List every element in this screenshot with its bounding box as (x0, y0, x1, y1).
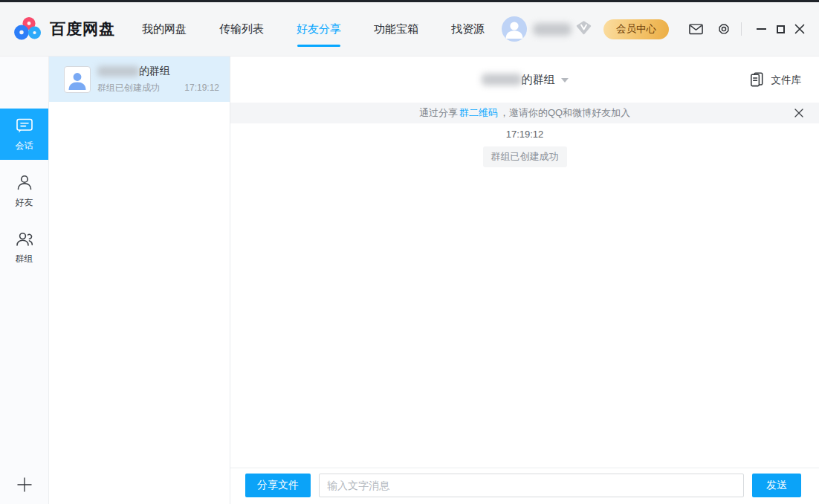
file-library-label: 文件库 (771, 73, 802, 86)
nav-tab-transfer-list[interactable]: 传输列表 (203, 2, 280, 56)
user-avatar[interactable] (502, 16, 527, 42)
v-badge-icon[interactable] (576, 21, 592, 38)
share-file-button[interactable]: 分享文件 (245, 474, 311, 497)
sidebar-item-label: 会话 (16, 140, 33, 152)
chat-bubble-icon (15, 117, 34, 135)
app-body: 会话 好友 (0, 56, 819, 504)
close-icon[interactable] (790, 19, 809, 39)
send-button[interactable]: 发送 (752, 474, 801, 497)
mail-icon[interactable] (688, 22, 704, 36)
qr-invite-notice: 通过分享 群二维码，邀请你的QQ和微博好友加入 (230, 103, 819, 123)
app-header: 百度网盘 我的网盘 传输列表 好友分享 功能宝箱 找资源 (0, 2, 819, 56)
notice-text-suffix: ，邀请你的QQ和微博好友加入 (499, 106, 630, 120)
nav-tab-toolbox[interactable]: 功能宝箱 (357, 2, 435, 56)
vip-center-button[interactable]: 会员中心 (603, 19, 669, 39)
sidebar-item-conversations[interactable]: 会话 (0, 109, 48, 160)
conversation-last-message: 群组已创建成功 (97, 82, 178, 94)
nav-tab-my-drive[interactable]: 我的网盘 (126, 2, 203, 56)
conversation-list: 的群组 群组已创建成功 17:19:12 (49, 56, 230, 504)
conversation-list-item[interactable]: 的群组 群组已创建成功 17:19:12 (49, 56, 230, 102)
chat-panel: 的群组 文件库 通过分享 群二维码，邀请你的QQ和微博好友加入 (230, 56, 819, 504)
conversation-title-suffix: 的群组 (139, 65, 170, 78)
sidebar-item-label: 好友 (16, 196, 33, 209)
header-divider (741, 22, 742, 36)
gear-icon[interactable] (716, 22, 731, 36)
header-right: 会员中心 (502, 16, 819, 42)
redacted-group-owner-name (97, 66, 139, 77)
people-icon (15, 230, 34, 248)
notice-close-icon[interactable] (794, 109, 803, 117)
message-input[interactable] (319, 474, 744, 497)
group-qr-code-link[interactable]: 群二维码 (459, 106, 498, 120)
brand-name: 百度网盘 (50, 19, 115, 39)
system-message-bubble: 群组已创建成功 (483, 146, 567, 167)
file-library-icon (748, 71, 765, 88)
redacted-username (533, 23, 572, 36)
message-composer: 分享文件 发送 (230, 468, 819, 504)
window-top-border (0, 0, 819, 2)
chat-header: 的群组 文件库 (230, 56, 819, 103)
sidebar-item-label: 群组 (16, 253, 33, 265)
nav-tab-find-resources[interactable]: 找资源 (435, 2, 501, 56)
notice-text-prefix: 通过分享 (419, 106, 458, 120)
person-icon (15, 173, 34, 192)
message-timestamp: 17:19:12 (506, 129, 544, 140)
chat-title-dropdown[interactable]: 的群组 (482, 73, 569, 87)
plus-icon[interactable] (16, 476, 33, 494)
group-avatar (64, 66, 91, 93)
main-nav: 我的网盘 传输列表 好友分享 功能宝箱 找资源 (126, 2, 501, 56)
sidebar-item-groups[interactable]: 群组 (0, 222, 48, 273)
nav-tab-friend-share[interactable]: 好友分享 (280, 2, 357, 56)
maximize-icon[interactable] (771, 19, 790, 39)
chat-title-suffix: 的群组 (522, 73, 555, 87)
sidebar: 会话 好友 (0, 56, 49, 504)
window-controls (751, 19, 809, 39)
sidebar-item-friends[interactable]: 好友 (0, 165, 48, 216)
minimize-icon[interactable] (751, 19, 771, 39)
baidu-netdisk-window: 百度网盘 我的网盘 传输列表 好友分享 功能宝箱 找资源 (0, 0, 819, 504)
file-library-button[interactable]: 文件库 (748, 71, 802, 88)
conversation-info: 的群组 群组已创建成功 17:19:12 (97, 65, 219, 94)
chevron-down-icon (561, 78, 569, 83)
redacted-group-owner-name (482, 74, 522, 85)
baidu-netdisk-logo-icon (13, 16, 43, 42)
message-area: 17:19:12 群组已创建成功 (230, 123, 819, 468)
brand: 百度网盘 (13, 16, 115, 42)
conversation-time: 17:19:12 (184, 83, 219, 93)
